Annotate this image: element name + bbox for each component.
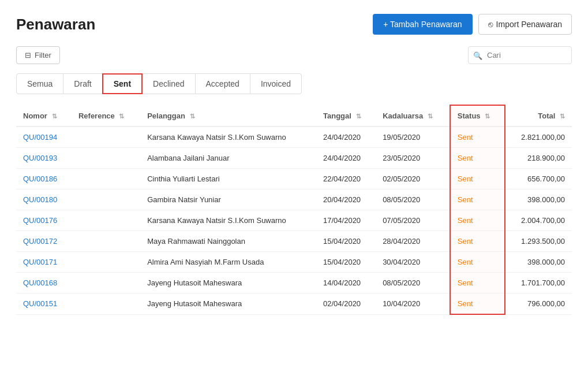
sort-icon: ⇅ — [190, 113, 195, 120]
cell-total: 796.000,00 — [505, 293, 572, 315]
table-body: QU/00194Karsana Kawaya Natsir S.I.Kom Su… — [16, 127, 572, 314]
cell-pelanggan: Karsana Kawaya Natsir S.I.Kom Suwarno — [140, 127, 316, 148]
cell-total: 1.293.500,00 — [505, 231, 572, 252]
sort-icon: ⇅ — [428, 113, 433, 120]
cell-nomor[interactable]: QU/00151 — [16, 293, 72, 315]
table-row: QU/00180Gambira Natsir Yuniar20/04/20200… — [16, 190, 572, 210]
cell-kadaluarsa: 28/04/2020 — [376, 231, 450, 252]
table-row: QU/00168Jayeng Hutasoit Maheswara14/04/2… — [16, 273, 572, 293]
col-header-nomor[interactable]: Nomor ⇅ — [16, 105, 72, 127]
import-penawaran-button[interactable]: ⎋ Import Penawaran — [478, 14, 572, 35]
col-header-total[interactable]: Total ⇅ — [505, 105, 572, 127]
add-penawaran-button[interactable]: + Tambah Penawaran — [373, 14, 472, 35]
col-header-kadaluarsa[interactable]: Kadaluarsa ⇅ — [376, 105, 450, 127]
cell-tanggal: 24/04/2020 — [316, 127, 376, 148]
cell-total: 2.004.700,00 — [505, 210, 572, 231]
sort-icon: ⇅ — [560, 113, 565, 120]
cell-pelanggan: Gambira Natsir Yuniar — [140, 190, 316, 210]
tab-sent[interactable]: Sent — [102, 73, 143, 94]
cell-kadaluarsa: 10/04/2020 — [376, 293, 450, 315]
cell-nomor[interactable]: QU/00180 — [16, 190, 72, 210]
cell-nomor[interactable]: QU/00194 — [16, 127, 72, 148]
nomor-link[interactable]: QU/00168 — [23, 278, 57, 287]
table-row: QU/00193Alambana Jailani Januar24/04/202… — [16, 148, 572, 169]
cell-tanggal: 02/04/2020 — [316, 293, 376, 315]
cell-total: 398.000,00 — [505, 190, 572, 210]
nomor-link[interactable]: QU/00186 — [23, 174, 57, 183]
table-row: QU/00171Almira Ami Nasyiah M.Farm Usada1… — [16, 252, 572, 273]
cell-pelanggan: Almira Ami Nasyiah M.Farm Usada — [140, 252, 316, 273]
cell-status: Sent — [450, 190, 505, 210]
page-header: Penawaran + Tambah Penawaran ⎋ Import Pe… — [16, 14, 572, 35]
col-header-pelanggan[interactable]: Pelanggan ⇅ — [140, 105, 316, 127]
filter-button[interactable]: ⊟ Filter — [16, 46, 60, 64]
cell-total: 656.700,00 — [505, 169, 572, 190]
cell-kadaluarsa: 02/05/2020 — [376, 169, 450, 190]
cell-nomor[interactable]: QU/00172 — [16, 231, 72, 252]
cell-status: Sent — [450, 293, 505, 315]
cell-status: Sent — [450, 231, 505, 252]
table-header: Nomor ⇅Reference ⇅Pelanggan ⇅Tanggal ⇅Ka… — [16, 105, 572, 127]
cell-kadaluarsa: 30/04/2020 — [376, 252, 450, 273]
table-row: QU/00176Karsana Kawaya Natsir S.I.Kom Su… — [16, 210, 572, 231]
search-icon: 🔍 — [473, 51, 482, 60]
cell-status: Sent — [450, 127, 505, 148]
nomor-link[interactable]: QU/00171 — [23, 258, 57, 266]
cell-status: Sent — [450, 210, 505, 231]
header-actions: + Tambah Penawaran ⎋ Import Penawaran — [373, 14, 572, 35]
cell-reference — [72, 127, 140, 148]
filter-icon: ⊟ — [25, 51, 31, 60]
cell-tanggal: 14/04/2020 — [316, 273, 376, 293]
cell-tanggal: 15/04/2020 — [316, 252, 376, 273]
table-header-row: Nomor ⇅Reference ⇅Pelanggan ⇅Tanggal ⇅Ka… — [16, 105, 572, 127]
cell-reference — [72, 210, 140, 231]
cell-pelanggan: Cinthia Yuliarti Lestari — [140, 169, 316, 190]
cell-reference — [72, 273, 140, 293]
tab-declined[interactable]: Declined — [142, 73, 195, 94]
cell-total: 218.900,00 — [505, 148, 572, 169]
toolbar: ⊟ Filter 🔍 — [16, 46, 572, 64]
cell-kadaluarsa: 08/05/2020 — [376, 273, 450, 293]
cell-reference — [72, 190, 140, 210]
cell-reference — [72, 231, 140, 252]
cell-pelanggan: Alambana Jailani Januar — [140, 148, 316, 169]
cell-total: 1.701.700,00 — [505, 273, 572, 293]
nomor-link[interactable]: QU/00151 — [23, 299, 57, 308]
nomor-link[interactable]: QU/00172 — [23, 237, 57, 246]
cell-pelanggan: Karsana Kawaya Natsir S.I.Kom Suwarno — [140, 210, 316, 231]
tab-draft[interactable]: Draft — [63, 73, 102, 94]
cell-nomor[interactable]: QU/00193 — [16, 148, 72, 169]
cell-pelanggan: Jayeng Hutasoit Maheswara — [140, 273, 316, 293]
penawaran-table: Nomor ⇅Reference ⇅Pelanggan ⇅Tanggal ⇅Ka… — [16, 105, 572, 315]
nomor-link[interactable]: QU/00193 — [23, 154, 57, 162]
sort-icon: ⇅ — [356, 113, 361, 120]
cell-nomor[interactable]: QU/00186 — [16, 169, 72, 190]
cell-reference — [72, 148, 140, 169]
col-header-tanggal[interactable]: Tanggal ⇅ — [316, 105, 376, 127]
page-title: Penawaran — [16, 16, 95, 34]
sort-icon: ⇅ — [119, 113, 124, 120]
tab-accepted[interactable]: Accepted — [195, 73, 250, 94]
sort-icon: ⇅ — [485, 113, 490, 120]
cell-nomor[interactable]: QU/00171 — [16, 252, 72, 273]
tab-invoiced[interactable]: Invoiced — [250, 73, 302, 94]
cell-kadaluarsa: 07/05/2020 — [376, 210, 450, 231]
import-icon: ⎋ — [488, 20, 493, 29]
tab-semua[interactable]: Semua — [16, 73, 63, 94]
col-header-status[interactable]: Status ⇅ — [450, 105, 505, 127]
search-input[interactable] — [468, 46, 572, 64]
col-header-reference[interactable]: Reference ⇅ — [72, 105, 140, 127]
nomor-link[interactable]: QU/00176 — [23, 216, 57, 225]
table-row: QU/00151Jayeng Hutasoit Maheswara02/04/2… — [16, 293, 572, 315]
table-row: QU/00172Maya Rahmawati Nainggolan15/04/2… — [16, 231, 572, 252]
cell-total: 2.821.000,00 — [505, 127, 572, 148]
cell-nomor[interactable]: QU/00176 — [16, 210, 72, 231]
cell-nomor[interactable]: QU/00168 — [16, 273, 72, 293]
cell-pelanggan: Jayeng Hutasoit Maheswara — [140, 293, 316, 315]
nomor-link[interactable]: QU/00194 — [23, 133, 57, 142]
cell-kadaluarsa: 08/05/2020 — [376, 190, 450, 210]
cell-kadaluarsa: 19/05/2020 — [376, 127, 450, 148]
cell-tanggal: 22/04/2020 — [316, 169, 376, 190]
nomor-link[interactable]: QU/00180 — [23, 195, 57, 204]
sort-icon: ⇅ — [52, 113, 57, 120]
